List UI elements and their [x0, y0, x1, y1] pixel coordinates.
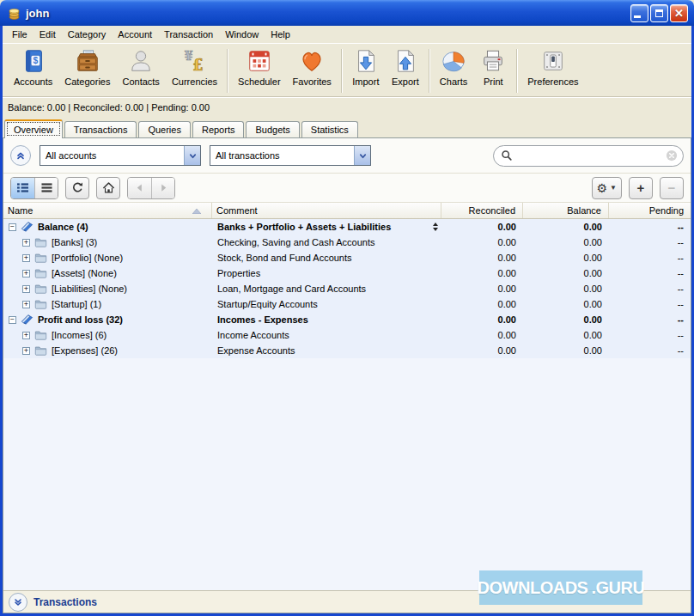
plus-icon: +	[637, 181, 645, 194]
menu-item-help[interactable]: Help	[265, 27, 296, 41]
search-icon	[501, 149, 513, 162]
table-body: −Balance (4)Banks + Portfolio + Assets +…	[3, 219, 691, 358]
table-row[interactable]: +[Banks] (3)Checking, Saving and Cash Ac…	[3, 235, 691, 250]
tab-statistics[interactable]: Statistics	[301, 121, 358, 137]
balance-cell: 0.00	[523, 235, 609, 250]
table-row[interactable]: +[Expenses] (26)Expense Accounts0.000.00…	[3, 343, 691, 358]
expand-tree-toggle[interactable]: +	[22, 347, 30, 355]
expand-tree-toggle[interactable]: +	[22, 332, 30, 339]
home-icon	[102, 181, 115, 194]
maximize-button[interactable]	[650, 4, 668, 22]
menu-item-account[interactable]: Account	[112, 27, 158, 41]
comment-cell: Loan, Mortgage and Card Accounts	[212, 281, 441, 296]
transactions-panel-label: Transactions	[33, 596, 97, 608]
menu-item-edit[interactable]: Edit	[33, 27, 62, 41]
table-empty-area	[3, 358, 691, 590]
menu-item-window[interactable]: Window	[219, 27, 265, 41]
comment-text: Stock, Bond and Fund Accounts	[217, 253, 441, 263]
close-button[interactable]: ✕	[670, 4, 688, 22]
expand-transactions-button[interactable]	[9, 593, 27, 612]
tab-reports[interactable]: Reports	[192, 121, 245, 137]
import-toolbar-button[interactable]: Import	[346, 46, 386, 96]
forward-button[interactable]	[151, 178, 174, 198]
remove-button[interactable]: −	[660, 177, 684, 199]
table-row[interactable]: −Balance (4)Banks + Portfolio + Assets +…	[3, 219, 691, 235]
minimize-button[interactable]	[630, 4, 648, 22]
table-row[interactable]: +[Liabilities] (None)Loan, Mortgage and …	[3, 281, 691, 296]
expand-tree-toggle[interactable]: +	[22, 270, 30, 278]
scheduler-toolbar-button[interactable]: Scheduler	[232, 46, 287, 96]
column-header-name[interactable]: Name	[3, 203, 212, 218]
plain-list-view-button[interactable]	[34, 178, 58, 198]
expand-tree-toggle[interactable]: +	[22, 239, 30, 247]
contacts-toolbar-button[interactable]: Contacts	[116, 46, 165, 96]
expand-tree-toggle[interactable]: +	[22, 254, 30, 262]
search-input[interactable]	[517, 149, 666, 162]
toolbar-button-label: Categories	[64, 76, 110, 87]
print-toolbar-button[interactable]: Print	[473, 46, 513, 96]
table-row[interactable]: +[Portfolio] (None)Stock, Bond and Fund …	[3, 250, 691, 265]
clear-search-icon[interactable]	[666, 149, 678, 162]
accounts-toolbar-button[interactable]: $Accounts	[8, 46, 58, 96]
collapse-filters-button[interactable]	[10, 145, 31, 166]
home-button[interactable]	[96, 177, 120, 199]
tab-overview[interactable]: Overview	[4, 119, 63, 138]
table-row[interactable]: −Profit and loss (32)Incomes - Expenses0…	[3, 312, 691, 327]
main-toolbar: $AccountsCategoriesContacts¥£CurrenciesS…	[3, 43, 691, 96]
categories-toolbar-button[interactable]: Categories	[58, 46, 116, 96]
toolbar-button-label: Preferences	[527, 76, 578, 87]
bullet-list-view-button[interactable]	[11, 178, 34, 198]
toolbar-separator	[516, 49, 518, 93]
charts-toolbar-button[interactable]: Charts	[434, 46, 473, 96]
back-button[interactable]	[128, 178, 151, 198]
double-chevron-down-icon	[13, 597, 23, 607]
column-header-balance[interactable]: Balance	[523, 203, 609, 218]
account-name: [Startup] (1)	[52, 299, 101, 309]
column-header-comment[interactable]: Comment	[212, 203, 441, 218]
pending-cell: --	[609, 235, 691, 250]
svg-text:$: $	[33, 56, 38, 65]
preferences-toolbar-button[interactable]: Preferences	[521, 46, 584, 96]
comment-text: Startup/Equity Accounts	[217, 299, 441, 309]
comment-cell: Startup/Equity Accounts	[212, 296, 441, 312]
categories-drawer-icon	[74, 47, 101, 75]
menu-item-transaction[interactable]: Transaction	[158, 27, 219, 41]
watermark-text-left: DOWNLOADS	[478, 578, 588, 598]
tab-transactions[interactable]: Transactions	[64, 121, 137, 137]
export-toolbar-button[interactable]: Export	[386, 46, 425, 96]
maximize-icon	[655, 9, 663, 17]
toolbar-separator	[429, 49, 430, 93]
pending-cell: --	[609, 219, 691, 235]
column-header-reconciled[interactable]: Reconciled	[441, 203, 523, 218]
ledger-book-icon	[21, 221, 33, 233]
tab-budgets[interactable]: Budgets	[246, 121, 299, 137]
filter-row: All accounts All transactions	[3, 138, 691, 174]
tab-queries[interactable]: Queries	[138, 121, 191, 137]
account-name: [Banks] (3)	[52, 237, 97, 247]
pending-cell: --	[609, 327, 691, 343]
account-name: [Portfolio] (None)	[52, 253, 123, 263]
toolbar-button-label: Currencies	[172, 76, 217, 87]
menu-bar: FileEditCategoryAccountTransactionWindow…	[3, 26, 691, 43]
currencies-toolbar-button[interactable]: ¥£Currencies	[166, 46, 223, 96]
menu-item-file[interactable]: File	[6, 27, 33, 41]
column-header-pending[interactable]: Pending	[609, 203, 691, 218]
table-row[interactable]: +[Startup] (1)Startup/Equity Accounts0.0…	[3, 296, 691, 312]
comment-cell: Income Accounts	[212, 327, 441, 343]
collapse-tree-toggle[interactable]: −	[9, 316, 16, 324]
add-button[interactable]: +	[629, 177, 653, 199]
refresh-button[interactable]	[65, 177, 89, 199]
table-row[interactable]: +[Incomes] (6)Income Accounts0.000.00--	[3, 327, 691, 343]
folder-icon	[34, 345, 47, 357]
expand-tree-toggle[interactable]: +	[22, 285, 30, 293]
pending-cell: --	[609, 312, 691, 327]
expand-tree-toggle[interactable]: +	[22, 301, 30, 308]
collapse-tree-toggle[interactable]: −	[9, 223, 16, 231]
favorites-toolbar-button[interactable]: Favorites	[287, 46, 338, 96]
transactions-filter-select[interactable]: All transactions	[210, 145, 371, 166]
accounts-filter-select[interactable]: All accounts	[40, 145, 201, 166]
settings-menu-button[interactable]: ⚙ ▼	[592, 177, 622, 199]
menu-item-category[interactable]: Category	[62, 27, 113, 41]
table-row[interactable]: +[Assets] (None)Properties0.000.00--	[3, 265, 691, 281]
toolbar-button-label: Favorites	[293, 76, 332, 87]
